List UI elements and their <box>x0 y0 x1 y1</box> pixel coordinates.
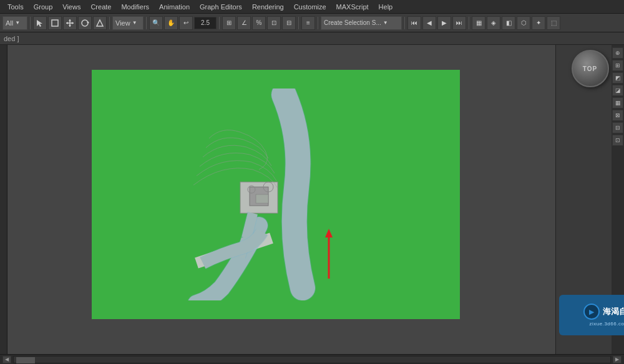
svg-marker-6 <box>66 22 68 24</box>
undo-btn[interactable]: ↩ <box>179 16 193 30</box>
region-select-btn[interactable] <box>48 16 62 30</box>
region-select-icon <box>51 19 59 27</box>
separator6 <box>318 17 318 29</box>
scroll-right-btn[interactable]: ▶ <box>613 356 622 363</box>
top-view-button[interactable]: TOP <box>572 50 609 87</box>
separator8 <box>469 17 469 29</box>
horizontal-scrollbar[interactable] <box>13 356 611 363</box>
separator2 <box>109 17 110 29</box>
chevron-down-icon3: ▼ <box>383 20 388 26</box>
status-row: ded ] <box>0 32 624 45</box>
brand-logo: ▶ <box>583 304 600 320</box>
zoom-btn[interactable]: 🔍 <box>149 16 163 30</box>
selection-dropdown[interactable]: All ▼ <box>2 16 27 30</box>
spinner-snap-btn[interactable]: ⊡ <box>267 16 281 30</box>
effects-btn[interactable]: ✦ <box>532 16 545 30</box>
scroll-left-btn[interactable]: ◀ <box>2 356 11 363</box>
menu-bar: Tools Group Views Create Modifiers Anima… <box>0 0 624 14</box>
brand-watermark: ▶ 海渴自学 zixue.3d66.com <box>559 295 624 335</box>
separator3 <box>146 17 147 29</box>
select-tool-btn[interactable] <box>33 16 47 30</box>
play-btn[interactable]: ⏮ <box>407 16 421 30</box>
menu-views[interactable]: Views <box>57 2 85 12</box>
viewport-green[interactable] <box>92 70 460 319</box>
red-arrow-svg <box>323 229 335 285</box>
svg-rect-13 <box>256 194 268 203</box>
svg-marker-10 <box>97 20 103 26</box>
menu-help[interactable]: Help <box>374 2 398 12</box>
viewport-dropdown[interactable]: View ▼ <box>112 16 144 30</box>
named-selection-btn[interactable]: ≡ <box>301 16 315 30</box>
rp-btn-2[interactable]: ⊞ <box>612 60 623 71</box>
brand-logo-icon: ▶ <box>589 308 594 316</box>
viewport-area[interactable] <box>7 45 555 354</box>
menu-modifiers[interactable]: Modifiers <box>116 2 154 12</box>
render-setup-btn[interactable]: ◈ <box>487 16 500 30</box>
brand-url: zixue.3d66.com <box>589 321 624 327</box>
scrollbar-thumb[interactable] <box>16 357 35 363</box>
rp-btn-8[interactable]: ⊡ <box>612 135 623 146</box>
link-toggle-btn[interactable]: ⊟ <box>282 16 296 30</box>
create-selection-dropdown[interactable]: Create Selection S... ▼ <box>321 16 402 30</box>
left-panel <box>0 45 7 354</box>
render-btn[interactable]: ◧ <box>502 16 515 30</box>
selection-dropdown-value: All <box>6 19 13 27</box>
menu-customize[interactable]: Customize <box>289 2 331 12</box>
rp-btn-6[interactable]: ⊠ <box>612 110 623 121</box>
chevron-down-icon: ▼ <box>15 20 20 26</box>
rp-btn-7[interactable]: ⊟ <box>612 122 623 133</box>
cursor-icon <box>36 19 44 27</box>
svg-rect-16 <box>159 89 178 101</box>
pan-btn[interactable]: ✋ <box>164 16 178 30</box>
main-area: TOP ⊕ ⊞ ◩ ◪ ▦ ⊠ ⊟ ⊡ ▶ 海渴自学 zixue.3d66.co… <box>0 45 624 354</box>
menu-maxscript[interactable]: MAXScript <box>331 2 374 12</box>
rp-btn-1[interactable]: ⊕ <box>612 47 623 59</box>
separator7 <box>404 17 405 29</box>
menu-graph-editors[interactable]: Graph Editors <box>195 2 247 12</box>
svg-marker-7 <box>72 22 74 24</box>
site-plan-svg <box>159 89 371 300</box>
angle-snap-btn[interactable]: ∠ <box>237 16 251 30</box>
next-frame-btn[interactable]: ▶ <box>437 16 451 30</box>
svg-marker-4 <box>69 19 71 21</box>
svg-marker-0 <box>37 20 42 27</box>
rotate-btn[interactable] <box>78 16 92 30</box>
viewport-dropdown-value: View <box>115 19 130 27</box>
rp-btn-5[interactable]: ▦ <box>612 97 623 108</box>
rp-btn-4[interactable]: ◪ <box>612 85 623 96</box>
svg-marker-5 <box>69 25 71 27</box>
svg-marker-18 <box>325 229 333 237</box>
menu-create[interactable]: Create <box>85 2 116 12</box>
toolbar: All ▼ View ▼ 🔍 ✋ ↩ <box>0 14 624 32</box>
svg-rect-1 <box>52 20 58 26</box>
material-editor-btn[interactable]: ▦ <box>472 16 485 30</box>
scale-icon <box>95 19 104 27</box>
separator5 <box>298 17 299 29</box>
render-frame-btn[interactable]: ⬚ <box>547 16 560 30</box>
chevron-down-icon2: ▼ <box>132 20 137 26</box>
menu-animation[interactable]: Animation <box>154 2 195 12</box>
brand-top-row: ▶ 海渴自学 <box>583 304 625 320</box>
rp-btn-3[interactable]: ◩ <box>612 72 623 84</box>
brand-name: 海渴自学 <box>603 306 625 317</box>
separator <box>30 17 31 29</box>
separator4 <box>219 17 220 29</box>
snap-toggle-btn[interactable]: ⊞ <box>222 16 236 30</box>
env-btn[interactable]: ⬡ <box>517 16 530 30</box>
end-btn[interactable]: ⏭ <box>452 16 466 30</box>
menu-group[interactable]: Group <box>29 2 58 12</box>
top-view-label: TOP <box>583 65 597 72</box>
menu-rendering[interactable]: Rendering <box>247 2 289 12</box>
right-panel: TOP ⊕ ⊞ ◩ ◪ ▦ ⊠ ⊟ ⊡ ▶ 海渴自学 zixue.3d66.co… <box>555 45 624 354</box>
rotate-icon <box>80 19 89 27</box>
bottom-bar: ◀ ▶ <box>0 354 624 364</box>
percent-snap-btn[interactable]: % <box>252 16 266 30</box>
move-btn[interactable] <box>63 16 77 30</box>
status-text: ded ] <box>4 35 19 42</box>
prev-frame-btn[interactable]: ◀ <box>422 16 436 30</box>
move-icon <box>66 19 74 27</box>
scale-btn[interactable] <box>93 16 107 30</box>
snap-input[interactable] <box>194 17 217 29</box>
create-selection-value: Create Selection S... <box>324 19 381 26</box>
menu-tools[interactable]: Tools <box>2 2 29 12</box>
